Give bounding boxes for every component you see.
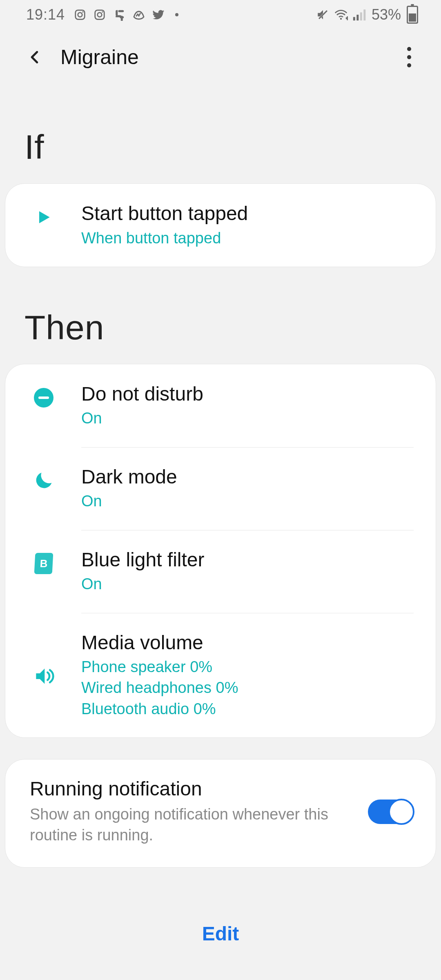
action-row-dark-mode[interactable]: Dark mode On: [5, 447, 436, 530]
action-row-media-volume[interactable]: Media volume Phone speaker 0% Wired head…: [5, 613, 436, 737]
section-label-if: If: [0, 127, 441, 167]
action-status-line: Phone speaker 0%: [81, 657, 414, 677]
app-header: Migraine: [0, 29, 441, 70]
basecamp-icon: [132, 8, 146, 22]
svg-point-8: [340, 18, 342, 20]
action-title: Blue light filter: [81, 548, 414, 572]
edit-button[interactable]: Edit: [0, 922, 441, 945]
battery-icon: [407, 6, 418, 24]
action-title: Dark mode: [81, 465, 414, 489]
svg-text:+: +: [346, 15, 348, 21]
status-left: 19:14: [26, 6, 178, 23]
dnd-icon: [31, 385, 57, 411]
battery-percent: 53%: [372, 6, 401, 23]
action-row-blue-light-filter[interactable]: B Blue light filter On: [5, 530, 436, 613]
svg-rect-12: [360, 12, 362, 20]
trigger-title: Start button tapped: [81, 202, 414, 225]
running-notification-subtitle: Show an ongoing notification whenever th…: [30, 804, 340, 846]
svg-point-1: [78, 13, 82, 17]
play-icon: [31, 204, 57, 230]
action-status-line: Wired headphones 0%: [81, 677, 414, 698]
signal-icon: [352, 8, 366, 22]
volume-icon: [31, 663, 57, 689]
trigger-row[interactable]: Start button tapped When button tapped: [5, 184, 436, 267]
section-label-then: Then: [0, 308, 441, 347]
more-options-button[interactable]: [400, 47, 418, 67]
svg-rect-13: [363, 9, 365, 20]
twitter-icon: [151, 8, 165, 22]
running-notification-toggle[interactable]: [368, 800, 414, 824]
page-title: Migraine: [60, 45, 400, 69]
svg-rect-10: [353, 17, 355, 21]
status-time: 19:14: [26, 6, 65, 23]
svg-point-4: [98, 13, 102, 17]
action-status-line: Bluetooth audio 0%: [81, 699, 414, 719]
action-status: On: [81, 408, 414, 429]
action-status: On: [81, 574, 414, 595]
more-notifications-icon: [175, 13, 178, 16]
action-title: Media volume: [81, 631, 414, 655]
action-row-dnd[interactable]: Do not disturb On: [5, 364, 436, 447]
moon-icon: [31, 468, 57, 494]
mute-icon: [316, 8, 330, 22]
if-trigger-card: Start button tapped When button tapped: [5, 183, 436, 267]
back-button[interactable]: [22, 44, 48, 70]
running-notification-card[interactable]: Running notification Show an ongoing not…: [5, 759, 436, 868]
trigger-subtitle: When button tapped: [81, 228, 414, 249]
slack-icon: [112, 8, 126, 22]
svg-rect-11: [356, 15, 359, 20]
svg-point-5: [102, 11, 103, 13]
action-status: On: [81, 491, 414, 512]
instagram-icon: [73, 8, 87, 22]
wifi-icon: +: [334, 8, 348, 22]
action-title: Do not disturb: [81, 382, 414, 406]
android-status-bar: 19:14 + 53%: [0, 0, 441, 29]
running-notification-title: Running notification: [30, 777, 356, 800]
svg-point-2: [82, 11, 83, 13]
instagram-icon: [93, 8, 107, 22]
then-actions-card: Do not disturb On Dark mode On B Blue li…: [5, 364, 436, 738]
blue-light-filter-icon: B: [31, 550, 57, 577]
status-right: + 53%: [316, 6, 418, 24]
